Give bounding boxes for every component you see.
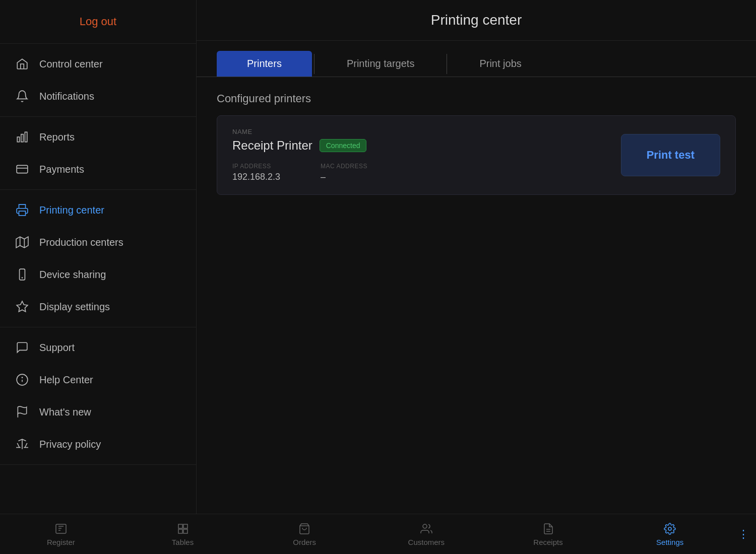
printer-name-label: NAME	[232, 128, 621, 135]
status-badge: Connected	[320, 139, 367, 152]
page-header: Printing center	[197, 0, 756, 41]
chart-icon	[15, 130, 29, 144]
sidebar-item-device-sharing[interactable]: Device sharing	[0, 258, 196, 291]
settings-icon	[663, 522, 676, 535]
svg-point-26	[668, 527, 671, 530]
printer-details-row: IP ADDRESS 192.168.2.3 MAC ADDRESS –	[232, 163, 621, 182]
more-button[interactable]: ⋮	[731, 528, 756, 541]
svg-marker-11	[17, 301, 28, 312]
sidebar-logout-section: Log out	[0, 0, 196, 44]
printers-section: Configured printers NAME Receipt Printer…	[197, 77, 756, 210]
home-icon	[15, 57, 29, 71]
sidebar-item-label: Printing center	[39, 204, 104, 216]
sidebar-item-support[interactable]: Support	[0, 331, 196, 364]
support-icon	[15, 340, 29, 355]
sidebar-item-notifications[interactable]: Notifications	[0, 80, 196, 112]
bottom-navigation: Register Tables Orders Customers Receipt…	[0, 514, 756, 554]
bottom-nav-orders[interactable]: Orders	[243, 517, 365, 551]
page-title: Printing center	[217, 12, 736, 28]
tables-icon	[176, 522, 190, 535]
sidebar-item-label: Display settings	[39, 301, 110, 313]
mac-label: MAC ADDRESS	[321, 163, 367, 170]
sidebar-item-help-center[interactable]: Help Center	[0, 364, 196, 396]
ip-address-block: IP ADDRESS 192.168.2.3	[232, 163, 280, 182]
sidebar-item-reports[interactable]: Reports	[0, 121, 196, 153]
printer-card: NAME Receipt Printer Connected IP ADDRES…	[217, 115, 736, 195]
sidebar-item-control-center[interactable]: Control center	[0, 48, 196, 80]
orders-icon	[298, 522, 311, 535]
sidebar-item-label: Support	[39, 342, 75, 354]
bottom-nav-label: Customers	[408, 538, 445, 546]
flag-icon	[15, 405, 29, 419]
mac-value: –	[321, 172, 367, 182]
sidebar-item-label: Production centers	[39, 237, 123, 248]
svg-rect-20	[178, 529, 182, 533]
sidebar-item-printing-center[interactable]: Printing center	[0, 194, 196, 226]
sidebar-item-payments[interactable]: Payments	[0, 153, 196, 185]
ip-value: 192.168.2.3	[232, 172, 280, 182]
sidebar-item-label: Payments	[39, 164, 84, 175]
tab-print-jobs[interactable]: Print jobs	[449, 51, 551, 77]
device-icon	[15, 267, 29, 282]
mac-address-block: MAC ADDRESS –	[321, 163, 367, 182]
configured-printers-title: Configured printers	[217, 92, 736, 105]
map-icon	[15, 235, 29, 249]
sidebar-item-privacy-policy[interactable]: Privacy policy	[0, 428, 196, 460]
svg-rect-21	[183, 529, 187, 533]
printer-name-row: Receipt Printer Connected	[232, 138, 621, 153]
sidebar-item-label: Device sharing	[39, 269, 106, 281]
svg-rect-18	[178, 524, 182, 528]
receipts-icon	[542, 522, 555, 535]
svg-rect-1	[21, 134, 23, 142]
bottom-nav-label: Tables	[172, 538, 194, 546]
sidebar: Log out Control center Notifications	[0, 0, 197, 514]
payments-icon	[15, 162, 29, 176]
bottom-nav-customers[interactable]: Customers	[365, 517, 487, 551]
tab-printing-targets[interactable]: Printing targets	[317, 51, 445, 77]
tab-divider-2	[447, 54, 447, 74]
sidebar-item-label: Help Center	[39, 374, 93, 386]
nav-section-support: Support Help Center What's new	[0, 327, 196, 465]
sidebar-item-label: Privacy policy	[39, 439, 101, 450]
help-icon	[15, 373, 29, 387]
bottom-nav-settings[interactable]: Settings	[609, 517, 731, 551]
nav-section-devices: Printing center Production centers Devic…	[0, 190, 196, 327]
logout-button[interactable]: Log out	[15, 10, 181, 33]
bottom-nav-label: Orders	[293, 538, 316, 546]
bottom-nav-label: Receipts	[533, 538, 562, 546]
bottom-nav-label: Register	[47, 538, 75, 546]
svg-rect-5	[19, 211, 26, 216]
bottom-nav-tables[interactable]: Tables	[122, 517, 244, 551]
scale-icon	[15, 437, 29, 451]
tab-divider	[314, 54, 314, 74]
printer-name: Receipt Printer	[232, 138, 312, 153]
svg-rect-3	[17, 165, 28, 173]
sidebar-item-production-centers[interactable]: Production centers	[0, 226, 196, 258]
printer-info: NAME Receipt Printer Connected IP ADDRES…	[232, 128, 621, 182]
sidebar-item-display-settings[interactable]: Display settings	[0, 291, 196, 323]
sidebar-navigation: Control center Notifications Reports	[0, 44, 196, 514]
bottom-nav-label: Settings	[656, 538, 683, 546]
nav-section-main: Control center Notifications	[0, 44, 196, 117]
svg-rect-17	[56, 524, 66, 533]
print-test-button[interactable]: Print test	[621, 134, 720, 176]
svg-marker-6	[16, 237, 28, 248]
bell-icon	[15, 89, 29, 103]
customers-icon	[420, 522, 433, 535]
ip-label: IP ADDRESS	[232, 163, 280, 170]
svg-rect-2	[25, 132, 27, 142]
tabs-container: Printers Printing targets Print jobs	[197, 41, 756, 77]
sidebar-item-whats-new[interactable]: What's new	[0, 396, 196, 428]
display-icon	[15, 300, 29, 314]
sidebar-item-label: Control center	[39, 58, 103, 70]
tab-printers[interactable]: Printers	[217, 51, 312, 77]
svg-rect-19	[183, 524, 187, 528]
svg-rect-0	[17, 137, 19, 142]
bottom-nav-register[interactable]: Register	[0, 517, 122, 551]
svg-point-23	[423, 524, 427, 528]
main-content: Printing center Printers Printing target…	[197, 0, 756, 514]
register-icon	[54, 522, 68, 535]
sidebar-item-label: What's new	[39, 406, 91, 418]
bottom-nav-receipts[interactable]: Receipts	[487, 517, 609, 551]
sidebar-item-label: Reports	[39, 131, 75, 143]
